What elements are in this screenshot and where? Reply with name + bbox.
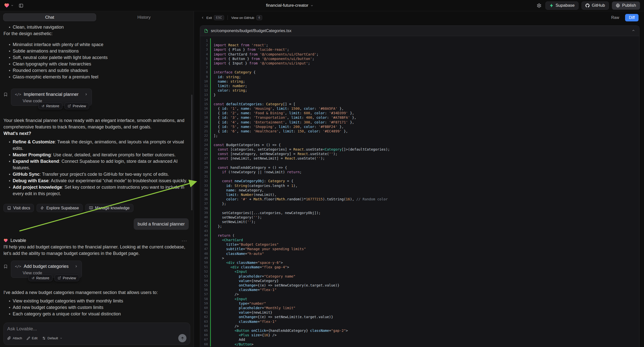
tool-card-row: </> Add budget categories View code ↺ Re… — [4, 260, 189, 278]
tab-history[interactable]: History — [98, 14, 190, 21]
send-button[interactable] — [178, 334, 186, 342]
line-number: 24 — [200, 143, 210, 147]
tab-chat[interactable]: Chat — [3, 14, 96, 21]
manage-knowledge-label: Manage knowledge — [95, 206, 130, 210]
code-line: 67 Add — [200, 337, 639, 342]
code-line: 23 — [200, 138, 639, 142]
code-text: import { Plus } from 'lucide-react'; — [210, 47, 639, 52]
code-text: subtitle="Manage your spending limits" — [210, 247, 639, 251]
topbar: financial-future-creator Supabase GitHub — [0, 0, 644, 11]
code-text: return ( — [210, 233, 639, 238]
line-number: 31 — [200, 174, 210, 179]
supabase-button[interactable]: Supabase — [546, 2, 579, 10]
code-line: 46 title="Budget Categories" — [200, 242, 639, 247]
code-text — [210, 38, 639, 43]
preview-button[interactable]: Preview — [64, 102, 89, 109]
code-line: 57 /> — [200, 292, 639, 296]
preview-button[interactable]: Preview — [54, 274, 79, 281]
code-line: 53 placeholder="Category name" — [200, 274, 639, 278]
publish-button[interactable]: Publish — [612, 2, 640, 10]
line-number: 32 — [200, 179, 210, 183]
view-code-button[interactable]: View code — [15, 98, 42, 104]
list-item: Soft, neutral color palette with light b… — [9, 54, 189, 61]
code-line: 65 <Button onClick={handleAddCategory} c… — [200, 328, 639, 333]
project-name-dropdown[interactable]: financial-future-creator — [266, 3, 314, 8]
chevron-up-icon — [632, 29, 635, 32]
diff-toggle-button[interactable]: Diff — [625, 14, 638, 22]
chat-scrollbar[interactable] — [191, 94, 192, 210]
code-text: <ChartCard — [210, 238, 639, 242]
message-menu-button[interactable]: ··· — [180, 238, 189, 244]
exit-button[interactable]: Exit ESC — [201, 15, 224, 20]
next-step-label: Add project knowledge — [13, 185, 62, 190]
code-text: placeholder="Category name" — [210, 274, 639, 278]
code-text: if (!newCategory || !newLimit) return; — [210, 170, 639, 174]
code-text: const BudgetCategories = () => { — [210, 143, 639, 147]
code-text: const defaultCategories: Category[] = [ — [210, 102, 639, 106]
next-step-item: Debug with Ease: Activate our experiment… — [9, 178, 189, 184]
next-step-label: GitHub Sync — [13, 172, 40, 177]
bookmark-button[interactable] — [4, 264, 8, 269]
whats-next-label: What's next? — [4, 131, 31, 136]
tool-card-implement-financial-planner[interactable]: </> Implement financial planner View cod… — [11, 88, 92, 106]
explore-supabase-button[interactable]: Explore Supabase — [36, 204, 83, 212]
list-item: Subtle animations and transitions — [9, 48, 189, 54]
topbar-center: financial-future-creator — [266, 3, 314, 8]
code-line: 47 subtitle="Manage your spending limits… — [200, 247, 639, 251]
github-button[interactable]: GitHub — [582, 2, 609, 10]
code-text: <Input — [210, 269, 639, 274]
list-item: View existing budget categories with the… — [9, 298, 189, 304]
restore-button[interactable]: ↺ Restore — [28, 274, 52, 281]
code-text: { id: '5', name: 'Shopping', limit: 200,… — [210, 124, 639, 129]
attach-button[interactable]: Attach — [7, 336, 22, 340]
next-step-text: : Activate our experimental “chat mode” … — [48, 178, 187, 183]
line-number: 44 — [200, 233, 210, 238]
design-bullet-list: Minimalist interface with plenty of whit… — [4, 41, 189, 80]
tool-card-add-budget-categories[interactable]: </> Add budget categories View code ↺ Re… — [11, 260, 82, 278]
code-text: import ChartCard from '@/components/ui/C… — [210, 52, 639, 56]
edit-button[interactable]: Edit — [27, 336, 38, 340]
restore-button[interactable]: ↺ Restore — [38, 102, 62, 109]
bookmark-button[interactable] — [4, 92, 8, 97]
line-number: 9 — [200, 75, 210, 79]
chat-scroll-area[interactable]: Clean, intuitive navigation For the desi… — [0, 22, 194, 320]
line-number: 48 — [200, 252, 210, 256]
code-line: 17 { id: '2', name: 'Food & Dining', lim… — [200, 111, 639, 115]
restore-icon: ↺ — [32, 276, 34, 280]
chat-input[interactable] — [7, 326, 186, 332]
line-number: 54 — [200, 278, 210, 283]
code-editor-view[interactable]: 1 2import React from 'react';3import { P… — [200, 36, 639, 347]
line-number: 49 — [200, 256, 210, 260]
settings-button[interactable] — [536, 2, 542, 9]
line-number: 64 — [200, 324, 210, 328]
code-line: 61 value={newLimit} — [200, 310, 639, 315]
code-line: 50 <div className="space-y-6"> — [200, 260, 639, 265]
code-line: 29 const handleAddCategory = () => { — [200, 165, 639, 170]
toggle-sidebar-button[interactable] — [18, 2, 24, 9]
list-item: Glass-morphic elements for a premium fee… — [9, 74, 189, 80]
chevron-right-icon — [71, 264, 78, 268]
line-number: 13 — [200, 92, 210, 97]
line-number: 17 — [200, 111, 210, 115]
line-number: 29 — [200, 165, 210, 170]
publish-label: Publish — [622, 3, 636, 8]
code-text: }; — [210, 202, 639, 206]
code-line: 58 <Input — [200, 297, 639, 301]
raw-toggle-button[interactable]: Raw — [609, 14, 622, 21]
manage-knowledge-button[interactable]: Manage knowledge — [86, 204, 134, 212]
collapse-file-button[interactable] — [632, 29, 635, 33]
code-panel: Exit ESC View on GitHub 6 Raw Diff src/c… — [194, 11, 644, 347]
mode-selector-button[interactable]: Default — [42, 336, 62, 340]
line-number: 10 — [200, 79, 210, 84]
code-text: }; — [210, 224, 639, 228]
code-line: 18 { id: '3', name: 'Transportation', li… — [200, 115, 639, 120]
code-text: title="Budget Categories" — [210, 242, 639, 247]
lovable-logo-button[interactable] — [4, 3, 14, 8]
code-line: 42 }; — [200, 224, 639, 228]
line-number: 56 — [200, 288, 210, 292]
topbar-right: Supabase GitHub Publish — [536, 2, 640, 10]
code-line: 3import { Plus } from 'lucide-react'; — [200, 47, 639, 52]
visit-docs-button[interactable]: Visit docs — [4, 204, 34, 212]
code-line: 21 { id: '6', name: 'Healthcare', limit:… — [200, 129, 639, 134]
view-on-github-button[interactable]: View on GitHub 6 — [231, 15, 262, 20]
